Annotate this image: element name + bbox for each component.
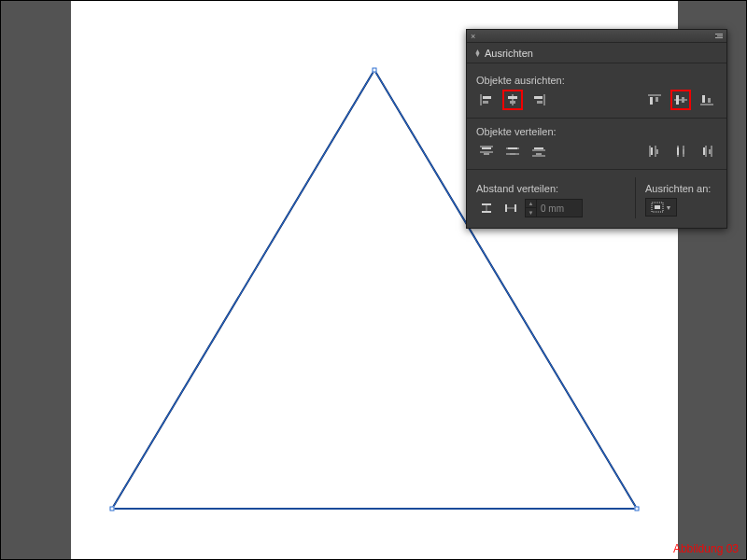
figure-caption: Abbildung 03 (673, 542, 739, 555)
svg-rect-48 (514, 204, 516, 212)
align-to-selection-icon (651, 202, 664, 213)
svg-rect-15 (676, 95, 679, 105)
close-icon[interactable]: × (471, 32, 475, 41)
svg-rect-4 (483, 101, 488, 104)
svg-rect-47 (505, 204, 507, 212)
align-bottom-icon[interactable] (697, 90, 717, 110)
stepper-up-icon[interactable]: ▲ (526, 200, 537, 208)
section-label-align-objects: Objekte ausrichten: (476, 75, 717, 86)
stepper-down-icon[interactable]: ▼ (526, 208, 537, 217)
svg-rect-7 (510, 101, 515, 104)
anchor-point[interactable] (110, 507, 115, 511)
svg-rect-6 (508, 96, 517, 99)
svg-rect-19 (708, 98, 711, 103)
align-h-center-icon[interactable] (502, 90, 523, 110)
svg-rect-33 (651, 147, 653, 155)
svg-rect-35 (656, 149, 658, 154)
svg-rect-43 (709, 149, 711, 154)
collapse-toggle-icon[interactable]: ▲▼ (474, 49, 481, 57)
chevron-down-icon: ▼ (666, 204, 672, 211)
panel-tab[interactable]: ▲▼ Ausrichten (467, 43, 726, 63)
distribute-v-top-icon[interactable] (476, 141, 497, 161)
svg-rect-13 (655, 97, 658, 102)
svg-rect-16 (682, 97, 684, 103)
anchor-point[interactable] (635, 507, 640, 511)
distribute-h-left-icon[interactable] (644, 141, 665, 161)
distribute-v-bottom-icon[interactable] (529, 141, 549, 161)
svg-rect-29 (534, 147, 543, 149)
svg-rect-10 (537, 101, 543, 104)
distribute-v-center-icon[interactable] (502, 141, 523, 161)
align-v-center-icon[interactable] (670, 90, 691, 110)
svg-rect-31 (536, 153, 542, 155)
svg-rect-18 (702, 95, 705, 103)
section-label-distribute-objects: Objekte verteilen: (476, 126, 717, 137)
spacing-value-field[interactable]: ▲ ▼ (525, 199, 583, 217)
distribute-h-right-icon[interactable] (697, 141, 717, 161)
anchor-point[interactable] (373, 68, 377, 73)
svg-rect-45 (482, 211, 491, 213)
svg-rect-51 (655, 205, 660, 209)
panel-titlebar[interactable]: × (467, 30, 726, 43)
distribute-spacing-v-icon[interactable] (476, 198, 497, 218)
spacing-input[interactable] (537, 203, 582, 214)
align-left-icon[interactable] (476, 90, 497, 110)
svg-rect-12 (650, 97, 653, 105)
svg-rect-23 (484, 153, 489, 155)
align-to-dropdown[interactable]: ▼ (645, 198, 677, 217)
distribute-h-center-icon[interactable] (670, 141, 691, 161)
svg-rect-39 (683, 149, 684, 154)
align-right-icon[interactable] (529, 90, 549, 110)
svg-rect-44 (482, 203, 491, 205)
svg-rect-21 (482, 147, 491, 149)
svg-rect-9 (534, 96, 543, 99)
section-label-align-to: Ausrichten an: (645, 183, 717, 194)
distribute-spacing-h-icon[interactable] (500, 198, 521, 218)
align-top-icon[interactable] (644, 90, 665, 110)
panel-menu-icon[interactable] (712, 34, 723, 38)
svg-rect-3 (483, 96, 491, 99)
svg-rect-25 (508, 147, 517, 149)
align-panel: × ▲▼ Ausrichten Objekte ausrichten: (466, 29, 727, 229)
svg-rect-37 (677, 147, 679, 155)
section-label-distribute-spacing: Abstand verteilen: (476, 183, 627, 194)
svg-rect-27 (510, 153, 515, 155)
svg-rect-41 (703, 147, 705, 155)
panel-title: Ausrichten (485, 48, 533, 59)
